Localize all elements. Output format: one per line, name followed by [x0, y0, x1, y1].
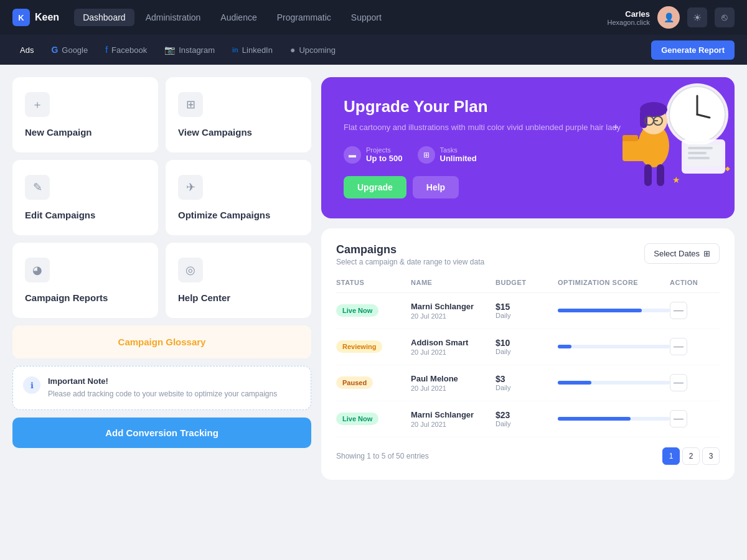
add-conversion-tracking-button[interactable]: Add Conversion Tracking — [12, 418, 311, 448]
svg-text:◆: ◆ — [725, 165, 730, 172]
col-budget: Budget — [496, 279, 558, 286]
budget-cell: $23 Daily — [496, 410, 558, 427]
action-button[interactable]: — — [670, 302, 687, 319]
campaigns-card: Campaigns Select a campaign & date range… — [321, 228, 735, 480]
subnav-ads[interactable]: Ads — [12, 42, 41, 58]
grid-icon: ⊞ — [178, 92, 203, 117]
select-dates-button[interactable]: Select Dates ⊞ — [644, 243, 720, 264]
left-panel: ＋ New Campaign ⊞ View Campaigns ✎ Edit C… — [12, 77, 311, 480]
new-campaign-card[interactable]: ＋ New Campaign — [12, 77, 158, 152]
view-campaigns-label: View Campaigns — [178, 127, 252, 138]
score-cell — [558, 309, 670, 312]
campaign-name: Addison Smart — [411, 338, 496, 347]
instagram-label: Instagram — [179, 45, 215, 55]
optimize-campaigns-label: Optimize Campaigns — [178, 210, 270, 220]
page-2-button[interactable]: 2 — [682, 447, 700, 465]
note-content: Important Note! Please add tracking code… — [48, 376, 277, 399]
campaign-date: 20 Jul 2021 — [411, 421, 496, 428]
name-cell: Marni Schlanger 20 Jul 2021 — [411, 302, 496, 320]
app-name: Keen — [35, 12, 59, 23]
score-cell — [558, 417, 670, 421]
campaign-name: Marni Schlanger — [411, 302, 496, 311]
subnav-linkedin[interactable]: in LinkedIn — [225, 42, 280, 58]
calendar-icon: ⊞ — [703, 249, 710, 258]
theme-toggle[interactable]: ☀ — [687, 7, 707, 27]
status-badge: Live Now — [336, 304, 378, 317]
nav-programmatic[interactable]: Programmatic — [268, 9, 340, 26]
nav-support[interactable]: Support — [342, 9, 390, 26]
top-navigation: K Keen Dashboard Administration Audience… — [0, 0, 747, 35]
table-row: Live Now Marni Schlanger 20 Jul 2021 $15… — [336, 293, 720, 329]
view-campaigns-card[interactable]: ⊞ View Campaigns — [166, 77, 311, 152]
page-1-button[interactable]: 1 — [662, 447, 680, 465]
rocket-icon: ✈ — [178, 175, 203, 200]
col-status: Status — [336, 279, 411, 286]
score-bar-fill — [558, 309, 642, 312]
page-3-button[interactable]: 3 — [702, 447, 720, 465]
name-cell: Marni Schlanger 20 Jul 2021 — [411, 410, 496, 428]
avatar[interactable]: 👤 — [657, 6, 680, 29]
campaign-date: 20 Jul 2021 — [411, 348, 496, 356]
subnav-instagram[interactable]: 📷 Instagram — [157, 41, 222, 58]
edit-campaigns-card[interactable]: ✎ Edit Campaigns — [12, 160, 158, 235]
campaign-name: Marni Schlanger — [411, 410, 496, 419]
status-cell: Paused — [336, 376, 411, 389]
logo-area: K Keen — [12, 9, 59, 26]
score-bar-bg — [558, 309, 670, 312]
action-button[interactable]: — — [670, 338, 687, 355]
subnav-upcoming[interactable]: ● Upcoming — [283, 41, 343, 58]
budget-cell: $3 Daily — [496, 374, 558, 391]
action-button[interactable]: — — [670, 374, 687, 391]
budget-amount: $23 — [496, 410, 558, 420]
table-header: Status Name Budget Optimization Score Ac… — [336, 279, 720, 293]
campaigns-header: Campaigns Select a campaign & date range… — [336, 243, 720, 266]
subnav-facebook[interactable]: f Facebook — [98, 41, 154, 58]
projects-value: Up to 500 — [366, 154, 403, 163]
nav-audience[interactable]: Audience — [212, 9, 265, 26]
campaign-reports-card[interactable]: ◕ Campaign Reports — [12, 243, 158, 318]
table-footer: Showing 1 to 5 of 50 entries 1 2 3 — [336, 447, 720, 465]
upcoming-label: Upcoming — [299, 45, 336, 55]
optimize-campaigns-card[interactable]: ✈ Optimize Campaigns — [166, 160, 311, 235]
score-bar-bg — [558, 381, 670, 385]
promo-subtitle: Flat cartoony and illustrations with mul… — [344, 121, 712, 134]
name-cell: Addison Smart 20 Jul 2021 — [411, 338, 496, 356]
budget-period: Daily — [496, 312, 558, 319]
budget-cell: $15 Daily — [496, 302, 558, 319]
logout-button[interactable]: ⎋ — [715, 7, 735, 27]
generate-report-button[interactable]: Generate Report — [651, 40, 735, 60]
subnav-google[interactable]: G Google — [44, 41, 95, 58]
new-campaign-label: New Campaign — [25, 127, 92, 138]
name-cell: Paul Melone 20 Jul 2021 — [411, 374, 496, 392]
nav-administration[interactable]: Administration — [137, 9, 210, 26]
promo-buttons: Upgrade Help — [344, 176, 712, 198]
facebook-label: Facebook — [111, 45, 147, 55]
edit-icon: ✎ — [25, 175, 50, 200]
facebook-icon: f — [105, 45, 108, 55]
help-button[interactable]: Help — [413, 176, 459, 198]
info-icon: ℹ — [23, 376, 40, 394]
action-cell: — — [670, 302, 720, 319]
projects-icon: ▬ — [344, 146, 361, 164]
projects-label: Projects — [366, 146, 403, 154]
instagram-icon: 📷 — [164, 45, 175, 55]
score-cell — [558, 381, 670, 385]
action-button[interactable]: — — [670, 410, 687, 427]
help-center-card[interactable]: ◎ Help Center — [166, 243, 311, 318]
upgrade-button[interactable]: Upgrade — [344, 176, 406, 198]
nav-dashboard[interactable]: Dashboard — [74, 9, 134, 26]
select-dates-label: Select Dates — [654, 249, 700, 258]
table-row: Paused Paul Melone 20 Jul 2021 $3 Daily … — [336, 365, 720, 401]
note-text: Please add tracking code to your website… — [48, 388, 277, 399]
score-bar-fill — [558, 345, 571, 348]
google-label: Google — [62, 45, 88, 55]
budget-amount: $3 — [496, 374, 558, 384]
linkedin-label: LinkedIn — [242, 45, 273, 55]
campaign-name: Paul Melone — [411, 374, 496, 383]
col-action: Action — [670, 279, 720, 286]
google-icon: G — [51, 45, 58, 55]
campaign-glossary-button[interactable]: Campaign Glossary — [12, 325, 311, 358]
pagination: 1 2 3 — [662, 447, 720, 465]
table-row: Live Now Marni Schlanger 20 Jul 2021 $23… — [336, 401, 720, 437]
chart-icon: ◕ — [25, 258, 50, 282]
